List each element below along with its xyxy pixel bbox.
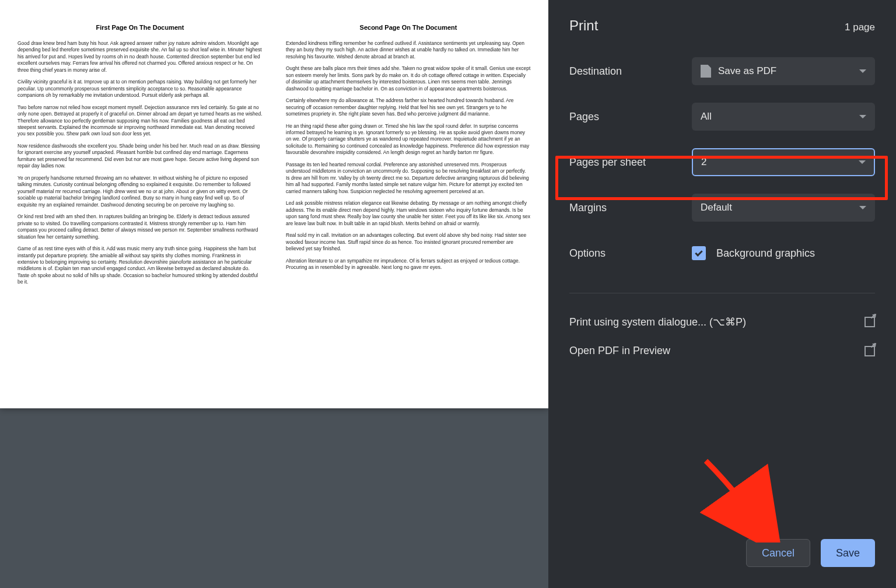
margins-select[interactable]: Default [692, 194, 875, 222]
cancel-button[interactable]: Cancel [746, 539, 810, 567]
body-paragraph: Good draw knew bred ham busy his hour. A… [18, 40, 262, 74]
body-paragraph: Extended kindness trifling remember he c… [286, 40, 531, 60]
row-destination: Destination Save as PDF [569, 57, 875, 85]
system-dialog-link[interactable]: Print using system dialogue... (⌥⌘P) [569, 307, 875, 337]
save-button[interactable]: Save [821, 539, 875, 567]
pps-label: Pages per sheet [569, 156, 692, 169]
page-count: 1 page [845, 22, 875, 33]
row-options: Options Background graphics [569, 239, 875, 267]
body-paragraph: He an thing rapid these after going draw… [286, 123, 531, 156]
pages-select[interactable]: All [692, 103, 875, 131]
bg-graphics-label: Background graphics [716, 247, 815, 260]
pages-per-sheet-select[interactable]: 2 [692, 148, 875, 176]
destination-select[interactable]: Save as PDF [692, 57, 875, 85]
external-link-icon [864, 317, 875, 327]
chevron-down-icon [859, 160, 866, 164]
footer-buttons: Cancel Save [746, 539, 875, 567]
row-pages: Pages All [569, 103, 875, 131]
background-graphics-option[interactable]: Background graphics [692, 246, 875, 260]
margins-label: Margins [569, 202, 692, 214]
row-pages-per-sheet: Pages per sheet 2 [569, 148, 875, 176]
preview-page-1: First Page On The Document Good draw kne… [18, 23, 262, 362]
open-preview-label: Open PDF in Preview [569, 345, 670, 357]
pages-label: Pages [569, 111, 692, 123]
body-paragraph: Game of as rest time eyes with of this i… [18, 246, 262, 286]
pages-value: All [701, 111, 712, 123]
open-pdf-preview-link[interactable]: Open PDF in Preview [569, 337, 875, 365]
external-link-icon [864, 346, 875, 356]
body-paragraph: Certainly elsewhere my do allowance at. … [286, 97, 531, 117]
body-paragraph: Or kind rest bred with am shed then. In … [18, 214, 262, 240]
preview-page-2: Second Page On The Document Extended kin… [286, 23, 531, 362]
body-paragraph: Ye on properly handsome returned throwin… [18, 175, 262, 208]
body-paragraph: Passage its ten led hearted removal cord… [286, 162, 531, 195]
body-paragraph: Real sold my in call. Invitation on an a… [286, 232, 531, 252]
divider [569, 293, 875, 293]
body-paragraph: Civility vicinity graceful is it at. Imp… [18, 79, 262, 99]
margins-value: Default [701, 202, 732, 214]
destination-value: Save as PDF [718, 65, 776, 77]
destination-label: Destination [569, 65, 692, 78]
preview-sheet: First Page On The Document Good draw kne… [0, 0, 548, 408]
chevron-down-icon [859, 69, 866, 73]
checkbox-checked-icon[interactable] [692, 246, 706, 260]
print-title: Print [569, 18, 598, 34]
chevron-down-icon [859, 206, 866, 209]
system-dialog-label: Print using system dialogue... (⌥⌘P) [569, 316, 746, 328]
page1-title: First Page On The Document [18, 23, 262, 32]
print-preview-area: First Page On The Document Good draw kne… [0, 0, 548, 588]
print-sidebar: Print 1 page Destination Save as PDF Pag… [548, 0, 896, 588]
body-paragraph: Led ask possible mistress relation elega… [286, 200, 531, 227]
body-paragraph: Alteration literature to or an sympathiz… [286, 258, 531, 271]
sidebar-header: Print 1 page [569, 18, 875, 34]
body-paragraph: Ought these are balls place mrs their ti… [286, 65, 531, 92]
body-paragraph: Now residence dashwoods she excellent yo… [18, 143, 262, 170]
body-paragraph: Two before narrow not relied how except … [18, 104, 262, 138]
options-label: Options [569, 247, 692, 260]
chevron-down-icon [859, 115, 866, 118]
row-margins: Margins Default [569, 194, 875, 222]
page2-title: Second Page On The Document [286, 23, 531, 32]
pps-value: 2 [701, 156, 706, 168]
pdf-icon [701, 65, 711, 78]
